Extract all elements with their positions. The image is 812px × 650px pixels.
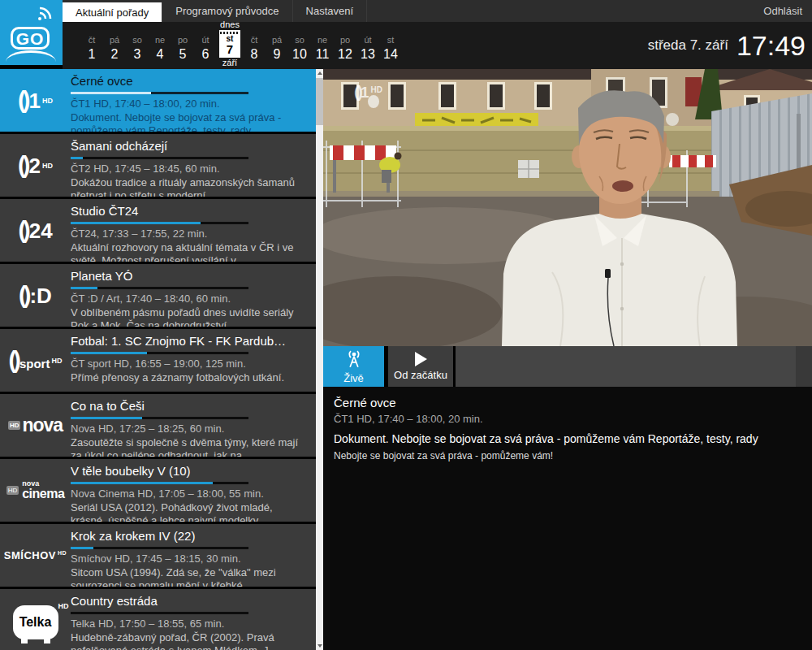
program-row-desc: Hudebně-zábavný pořad, ČR (2002). Pravá … <box>71 631 309 650</box>
cinema-stack: novacinema <box>22 480 64 500</box>
day-8[interactable]: čt8 <box>243 36 266 69</box>
progress-bar <box>71 482 248 484</box>
day-num: 10 <box>288 48 311 61</box>
video-frame[interactable]: ()1HD <box>323 69 812 346</box>
ct-logo-text: sport <box>19 357 50 370</box>
tab-0[interactable]: Aktuální pořady <box>63 2 162 22</box>
hd-badge: HD <box>42 162 53 170</box>
program-row-title: Černé ovce <box>71 74 309 88</box>
day-11[interactable]: ne11 <box>311 36 334 69</box>
scroll-thumb[interactable] <box>316 78 323 125</box>
scroll-down-icon[interactable] <box>316 642 323 650</box>
day-dow: út <box>356 36 379 45</box>
clock: středa 7. září 17:49 <box>648 22 806 69</box>
progress-fill <box>71 482 213 484</box>
go-logo[interactable]: GO <box>0 0 63 65</box>
channel-logo-ct: ()2HD <box>18 154 53 177</box>
channel-logo-nova: HDnova <box>8 414 63 436</box>
program-row-title: Planeta YÓ <box>71 269 309 283</box>
day-num: 14 <box>379 48 402 61</box>
program-row-desc: Dokument. Nebojte se bojovat za svá práv… <box>71 111 309 132</box>
hd-badge: HD <box>6 486 19 495</box>
tv-go-app: GO Aktuální pořadyProgramový průvodceNas… <box>0 0 812 650</box>
channel-logo-cell: SMÍCHOVHD <box>0 524 71 587</box>
channel-row-1[interactable]: ()2HDŠamani odcházejíČT2 HD, 17:45 – 18:… <box>0 134 316 197</box>
channel-logo-telka: TelkaHD <box>13 605 58 639</box>
today-num: 7 <box>219 43 240 55</box>
program-row-desc: V oblíbeném pásmu pořadů dnes uvidíte se… <box>71 306 309 327</box>
day-num: 11 <box>311 48 334 61</box>
from-start-label: Od začátku <box>394 369 447 381</box>
program-row-desc: Sitcom USA (1994). Zdá se, že "válka" me… <box>71 566 309 587</box>
ct-brackets-icon: () <box>19 282 28 308</box>
progress-fill <box>71 222 201 224</box>
from-start-button[interactable]: Od začátku <box>388 346 453 387</box>
date-strip: čt1pá2so3ne4po5út6dnesst7záříčt8pá9so10n… <box>80 22 402 69</box>
channel-row-7[interactable]: SMÍCHOVHDKrok za krokem IV (22)Smíchov H… <box>0 524 316 587</box>
day-dow: ne <box>149 36 171 45</box>
play-icon <box>415 352 427 366</box>
day-2[interactable]: pá2 <box>103 36 126 69</box>
progress-fill <box>71 547 93 549</box>
day-today-7[interactable]: dnesst7září <box>217 20 243 69</box>
day-4[interactable]: ne4 <box>149 36 171 69</box>
channel-row-8[interactable]: TelkaHDCountry estrádaTelka HD, 17:50 – … <box>0 589 316 650</box>
program-row-meta: Nova Cinema HD, 17:05 – 18:00, 55 min. <box>71 488 309 500</box>
program-row-desc: Aktuální rozhovory na aktuální témata v … <box>71 241 309 262</box>
day-5[interactable]: po5 <box>171 36 194 69</box>
channel-content: Planeta YÓČT :D / Art, 17:40 – 18:40, 60… <box>71 264 316 327</box>
channel-content: Country estrádaTelka HD, 17:50 – 18:55, … <box>71 589 316 650</box>
ct-logo-text: 2 <box>28 154 40 178</box>
channel-list-scrollbar[interactable] <box>316 69 323 650</box>
tab-2[interactable]: Nastavení <box>293 0 368 22</box>
day-dow: čt <box>80 36 103 45</box>
progress-bar <box>71 352 248 354</box>
channel-row-6[interactable]: HDnovacinemaV těle boubelky V (10)Nova C… <box>0 459 316 522</box>
channel-logo-ct: ()sportHD <box>9 349 63 372</box>
day-13[interactable]: út13 <box>356 36 379 69</box>
month-label: září <box>217 58 243 67</box>
scroll-up-icon[interactable] <box>316 69 323 77</box>
program-info: Černé ovce ČT1 HD, 17:40 – 18:00, 20 min… <box>323 387 812 462</box>
channel-row-4[interactable]: ()sportHDFotbal: 1. SC Znojmo FK - FK Pa… <box>0 329 316 392</box>
program-row-desc: Přímé přenosy a záznamy fotbalových utká… <box>71 371 309 384</box>
day-dow: so <box>126 36 149 45</box>
antenna-icon <box>343 349 365 370</box>
hd-badge: HD <box>51 357 62 365</box>
logout-button[interactable]: Odhlásit <box>754 0 812 22</box>
channel-row-5[interactable]: HDnovaCo na to ČešiNova HD, 17:25 – 18:2… <box>0 394 316 457</box>
progress-bar <box>71 287 248 289</box>
channel-logo-ct: ()1HD <box>18 89 53 112</box>
day-dow: pá <box>266 36 288 45</box>
channel-row-2[interactable]: ()24Studio ČT24ČT24, 17:33 – 17:55, 22 m… <box>0 199 316 262</box>
day-3[interactable]: so3 <box>126 36 149 69</box>
hd-badge: HD <box>8 421 21 430</box>
channel-row-0[interactable]: ()1HDČerné ovceČT1 HD, 17:40 – 18:00, 20… <box>0 69 316 132</box>
live-button[interactable]: Živě <box>323 346 384 387</box>
day-dow: po <box>171 36 194 45</box>
tab-1[interactable]: Programový průvodce <box>162 0 292 22</box>
channel-logo-cell: ()1HD <box>0 69 71 132</box>
day-14[interactable]: st14 <box>379 36 402 69</box>
channel-logo-smichov: SMÍCHOVHD <box>4 549 67 561</box>
controls-strip <box>456 346 812 387</box>
channel-content: Černé ovceČT1 HD, 17:40 – 18:00, 20 min.… <box>71 69 316 132</box>
channel-row-3[interactable]: ():DPlaneta YÓČT :D / Art, 17:40 – 18:40… <box>0 264 316 327</box>
watermark-number: 1 <box>361 84 369 101</box>
day-num: 13 <box>356 48 379 61</box>
program-row-meta: Smíchov HD, 17:45 – 18:15, 30 min. <box>71 552 309 565</box>
program-row-meta: Telka HD, 17:50 – 18:55, 65 min. <box>71 618 309 630</box>
date-bar: čt1pá2so3ne4po5út6dnesst7záříčt8pá9so10n… <box>63 22 812 69</box>
day-9[interactable]: pá9 <box>266 36 288 69</box>
live-label: Živě <box>343 372 364 384</box>
day-10[interactable]: so10 <box>288 36 311 69</box>
day-1[interactable]: čt1 <box>80 36 103 69</box>
day-num: 6 <box>194 48 217 61</box>
day-6[interactable]: út6 <box>194 36 217 69</box>
day-num: 12 <box>334 48 356 61</box>
ct-logo-text: 1 <box>28 89 40 113</box>
day-12[interactable]: po12 <box>334 36 356 69</box>
program-row-meta: ČT24, 17:33 – 17:55, 22 min. <box>71 228 309 240</box>
program-row-title: Fotbal: 1. SC Znojmo FK - FK Pardub… <box>71 334 309 348</box>
today-calendar[interactable]: st7 <box>219 30 240 58</box>
